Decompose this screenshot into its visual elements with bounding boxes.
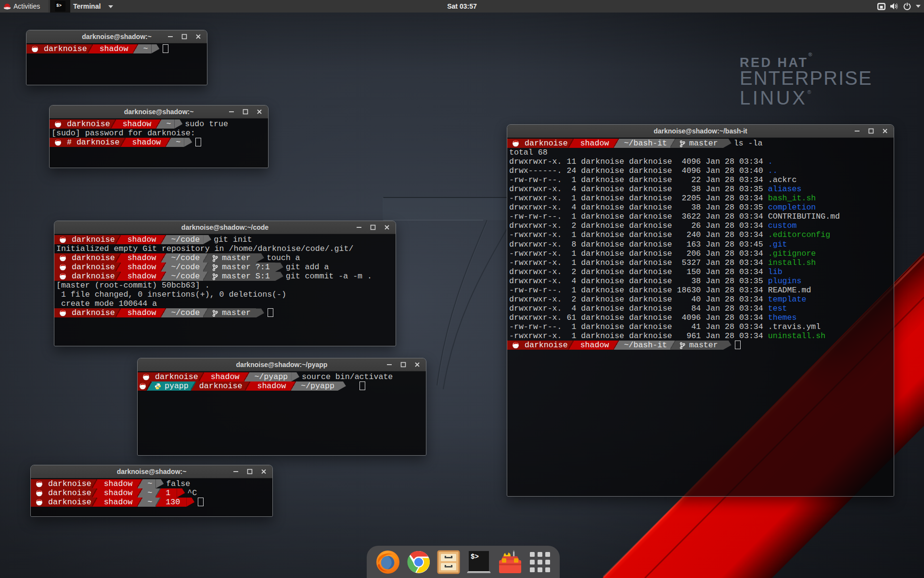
svg-text:$>: $> [471, 553, 479, 561]
